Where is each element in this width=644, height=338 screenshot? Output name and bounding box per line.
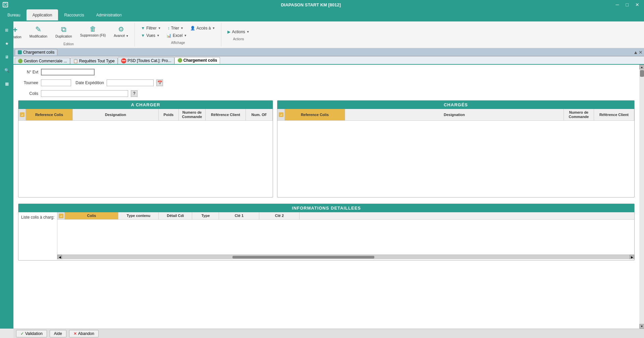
- charges-title: CHARGÉS: [277, 101, 634, 109]
- trier-button[interactable]: ↕ Trier ▼: [165, 25, 186, 32]
- a-charger-title: A CHARGER: [18, 101, 273, 109]
- vues-arrow: ▼: [157, 34, 160, 37]
- a-charger-header: ⊿ Reference Colis Designation Poids Nume…: [18, 109, 273, 121]
- tab-chargement[interactable]: 🟢 Chargement colis: [174, 57, 220, 64]
- question-icon: ?: [133, 91, 136, 96]
- page-inner: N° Evt Tournee Date Expédition 📅 Colis: [13, 65, 639, 329]
- a-charger-marker: ⊿: [18, 109, 26, 120]
- window-expand-button[interactable]: ▲: [633, 50, 638, 55]
- colis-input[interactable]: [41, 90, 128, 97]
- th-ref-client: Référence Client: [206, 109, 246, 120]
- date-help-button[interactable]: 📅: [156, 79, 163, 86]
- close-button[interactable]: ✕: [633, 1, 641, 8]
- hscroll-left-arrow[interactable]: ◀: [57, 255, 62, 260]
- charges-header: ⊿ Reference Colis Designation Numero de …: [277, 109, 634, 121]
- avance-label: Avancé ▼: [114, 34, 128, 38]
- vues-button[interactable]: ▼ Vues ▼: [138, 32, 162, 39]
- ch-num-commande: Numero de Commande: [564, 109, 594, 120]
- vscroll-down-arrow[interactable]: ▼: [640, 324, 644, 329]
- tab-psd[interactable]: ⛔ PSD [Toutes Cat.]: Pro...: [118, 57, 174, 64]
- menu-raccourcis[interactable]: Raccourcis: [58, 9, 90, 21]
- toolbar-group-edition: + Création ✎ Modification ⧉ Duplication …: [3, 23, 135, 47]
- tab-requetes-icon: 📋: [73, 59, 78, 63]
- menu-administration[interactable]: Administration: [90, 9, 128, 21]
- charges-marker-icon: ⊿: [279, 112, 283, 117]
- det-type: Type: [192, 212, 219, 219]
- svg-text:D: D: [4, 3, 7, 7]
- excel-button[interactable]: 📊 Excel ▼: [164, 32, 190, 39]
- charges-marker: ⊿: [277, 109, 285, 120]
- detail-panel: INFORMATIONS DETAILLEES Liste colis à ch…: [18, 204, 635, 261]
- title-bar: D DIAPASON START KM [8012] ─ □ ✕: [0, 0, 644, 9]
- excel-arrow: ▼: [184, 34, 187, 37]
- charges-grid: ⊿ Reference Colis Designation Numero de …: [277, 109, 634, 195]
- tab-gestion[interactable]: 🟢 Gestion Commerciale ...: [15, 58, 70, 64]
- sidebar-search-button[interactable]: 🔍: [1, 64, 13, 76]
- modification-icon: ✎: [35, 25, 41, 34]
- menu-bar: Bureau Application Raccourcis Administra…: [0, 9, 644, 21]
- aide-button[interactable]: Aide: [50, 330, 66, 337]
- tab-gestion-label: Gestion Commerciale ...: [24, 59, 67, 63]
- acces-icon: 👤: [190, 26, 195, 31]
- modification-button[interactable]: ✎ Modification: [27, 24, 50, 40]
- maximize-button[interactable]: □: [624, 1, 631, 8]
- suppression-button[interactable]: 🗑 Suppression (F6): [77, 24, 109, 40]
- sidebar-home-button[interactable]: ⊞: [1, 24, 13, 36]
- window-tab[interactable]: Chargement colis: [15, 49, 57, 55]
- sidebar-dashboard-button[interactable]: ▦: [1, 78, 13, 90]
- nevt-input[interactable]: [41, 69, 95, 75]
- suppression-label: Suppression (F6): [80, 34, 106, 37]
- trier-arrow: ▼: [180, 26, 183, 30]
- filtrer-button[interactable]: ▼ Filtrer ▼: [138, 25, 163, 32]
- acces-a-button[interactable]: 👤 Accès à ▼: [187, 25, 218, 32]
- menu-bureau[interactable]: Bureau: [1, 9, 26, 21]
- menu-application[interactable]: Application: [26, 9, 58, 21]
- charges-panel: CHARGÉS ⊿ Reference Colis Designation Nu…: [277, 100, 635, 198]
- colis-help-button[interactable]: ?: [131, 90, 138, 97]
- avance-button[interactable]: ⚙ Avancé ▼: [111, 24, 131, 40]
- tab-gestion-icon: 🟢: [18, 59, 23, 63]
- toolbar-group-affichage: ▼ Filtrer ▼ ↕ Trier ▼ 👤 Accès à ▼: [135, 23, 221, 47]
- title-bar-controls: ─ □ ✕: [614, 1, 641, 8]
- vscroll[interactable]: ▲ ▼: [639, 65, 644, 329]
- charges-body: [277, 121, 634, 195]
- page-content: N° Evt Tournee Date Expédition 📅 Colis: [13, 65, 644, 329]
- detail-table: ⊿ Colis Type contenu Détail Cdi Type Clé…: [57, 212, 634, 259]
- panels-row: A CHARGER ⊿ Reference Colis Designation …: [18, 100, 635, 201]
- detail-title: INFORMATIONS DETAILLEES: [18, 204, 634, 212]
- window-strip: Chargement colis ▲ ✕: [13, 48, 644, 56]
- duplication-button[interactable]: ⧉ Duplication: [53, 24, 74, 40]
- detail-header-row: ⊿ Colis Type contenu Détail Cdi Type Clé…: [57, 212, 634, 220]
- window-controls: ▲ ✕: [633, 50, 643, 55]
- duplication-icon: ⧉: [61, 25, 66, 34]
- abandon-button[interactable]: ✕ Abandon: [69, 330, 99, 337]
- tab-requetes[interactable]: 📋 Requêtes Tout Type: [70, 58, 118, 64]
- hscroll-right-arrow[interactable]: ▶: [630, 255, 634, 260]
- vscroll-up-arrow[interactable]: ▲: [640, 65, 644, 69]
- vues-icon: ▼: [141, 33, 145, 38]
- nevt-label: N° Evt: [18, 70, 38, 74]
- actions-button[interactable]: ▶ Actions ▼: [225, 29, 252, 35]
- hscroll-track[interactable]: [62, 256, 630, 259]
- validation-button[interactable]: ✓ Validation: [16, 330, 47, 337]
- actions-buttons: ▶ Actions ▼: [225, 29, 252, 35]
- tournee-label: Tournee: [18, 80, 38, 85]
- app-title: DIAPASON START KM [8012]: [281, 2, 341, 7]
- sidebar-star-button[interactable]: ★: [1, 38, 13, 50]
- minimize-button[interactable]: ─: [614, 1, 621, 8]
- hscroll-bar[interactable]: ◀ ▶: [57, 255, 634, 259]
- main-content: Chargement colis ▲ ✕ 🟢 Gestion Commercia…: [13, 48, 644, 338]
- vscroll-track[interactable]: [639, 69, 644, 324]
- avance-icon: ⚙: [118, 25, 124, 33]
- sidebar-monitor-button[interactable]: 🖥: [1, 51, 13, 63]
- abandon-label: Abandon: [78, 331, 94, 336]
- date-expedition-input[interactable]: [107, 79, 154, 86]
- window-close-button[interactable]: ✕: [639, 50, 643, 55]
- modification-label: Modification: [30, 35, 47, 38]
- edition-buttons: + Création ✎ Modification ⧉ Duplication …: [6, 24, 131, 40]
- a-charger-grid: ⊿ Reference Colis Designation Poids Nume…: [18, 109, 273, 195]
- excel-icon: 📊: [166, 33, 171, 38]
- actions-group-label: Actions: [233, 37, 244, 41]
- tournee-input[interactable]: [41, 79, 71, 86]
- suppression-icon: 🗑: [90, 25, 96, 33]
